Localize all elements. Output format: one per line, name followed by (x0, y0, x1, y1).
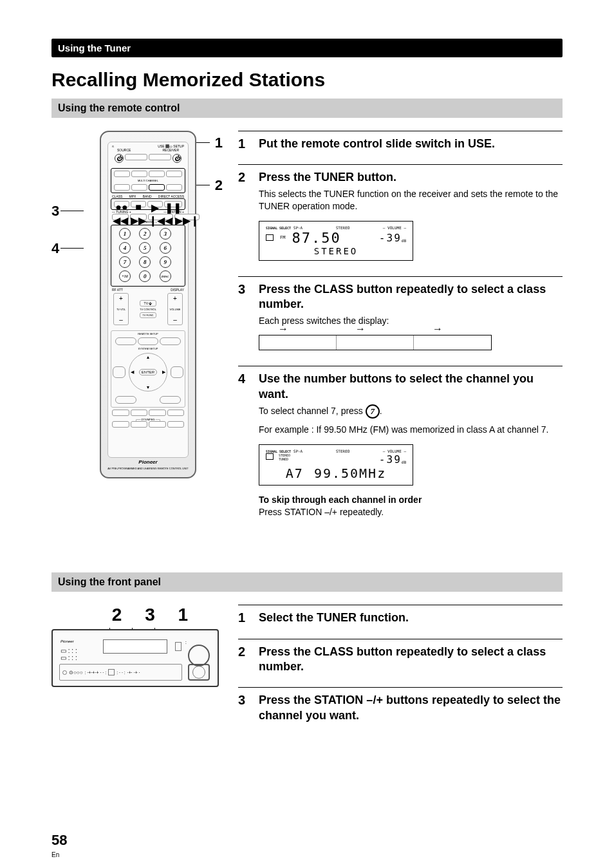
remote-illustration: 1 2 3 4 ⎋ USE ⬛▭ SETUP (51, 131, 219, 481)
page-title: Recalling Memorized Stations (51, 69, 563, 91)
tv-power-btn[interactable]: TV ⏻ (140, 300, 156, 307)
callout-4: 4 (51, 240, 59, 257)
mute-btn[interactable] (160, 337, 181, 345)
page-lang: En (51, 851, 59, 858)
advance-btn[interactable] (149, 421, 166, 428)
standard-btn[interactable] (167, 421, 185, 428)
tuner-btn[interactable] (149, 184, 165, 191)
subs-btn[interactable] (160, 396, 181, 404)
step-title-1: Put the remote control slide switch in U… (259, 137, 563, 151)
receiver-jog[interactable] (188, 664, 210, 681)
num-7-btn[interactable]: 7 (119, 256, 131, 268)
num-5-btn[interactable]: 5 (139, 242, 151, 254)
label-class: CLASS (112, 194, 122, 198)
function-btn[interactable] (171, 366, 183, 378)
fp-step-num-3: 3 (238, 693, 252, 726)
tv-vol-up[interactable]: + (119, 295, 123, 302)
dpad-left[interactable]: ◀ (131, 370, 134, 375)
signal-sel-btn[interactable] (115, 396, 136, 404)
vcr2-btn[interactable] (166, 171, 182, 177)
source-buttons-group: MULTI CHANNEL (111, 168, 185, 193)
label-tvcontrol: TV CONTROL (140, 308, 156, 311)
power-receiver-btn[interactable]: ⏻ (172, 154, 181, 163)
multi-ch-btn[interactable] (113, 366, 126, 378)
num-9-btn[interactable]: 9 (160, 256, 171, 268)
cdr-btn[interactable] (166, 184, 182, 191)
power-source-btn[interactable]: ⏻ (115, 154, 124, 163)
station-prev-btn[interactable]: ❙◀◀ (148, 214, 173, 220)
receiver-knob[interactable] (188, 645, 210, 666)
num-8-btn[interactable]: 8 (139, 256, 151, 268)
stereo-direct-btn[interactable] (167, 410, 185, 416)
system-off-btn[interactable] (149, 154, 171, 160)
num-0-btn[interactable]: 0 (139, 270, 151, 282)
num-plus10-btn[interactable]: +10 (119, 270, 131, 282)
step-2: 2 Press the TUNER button. This selects t… (238, 164, 563, 266)
tv-func-btn[interactable]: TV FUNC (140, 312, 156, 318)
dpad[interactable]: ▲ ▼ ◀ ▶ ENTER (129, 353, 167, 392)
enter-btn[interactable]: ENTER (139, 369, 157, 375)
menu-btn[interactable] (138, 337, 159, 345)
vcr1-btn[interactable] (149, 171, 165, 177)
label-tvvol: TV VOL (116, 308, 126, 311)
fp-step-num-2: 2 (238, 645, 252, 677)
dpad-up[interactable]: ▲ (146, 355, 151, 359)
num-2-btn[interactable]: 2 (139, 228, 151, 240)
num-3-btn[interactable]: 3 (160, 228, 171, 240)
thx-btn[interactable] (131, 421, 148, 428)
vol-down[interactable]: – (173, 316, 177, 323)
light-btn[interactable] (112, 421, 129, 428)
section-heading-remote: Using the remote control (51, 99, 563, 118)
step-num-2: 2 (238, 170, 252, 266)
label-volume: VOLUME (170, 308, 181, 311)
tvsat-btn[interactable] (131, 171, 147, 177)
station-next-btn[interactable]: ▶▶❙ (174, 214, 200, 220)
class-btn[interactable]: ●● (114, 201, 129, 207)
receiver-button-row: ⊙○○○ : ·+·+·+ · · : : · · : ·+· ·+ · (59, 664, 182, 681)
step-text-4b: For example : If 99.50 MHz (FM) was memo… (259, 424, 563, 437)
brand-label: Pioneer AV PRE-PROGRAMMED AND LEARNING R… (101, 459, 195, 471)
step-num-3: 3 (238, 282, 252, 355)
tuning-up-btn[interactable]: ▶▶ (130, 214, 147, 220)
label-mpx: MPX (129, 194, 136, 198)
fp-step-3: 3 Press the STATION –/+ buttons repeated… (238, 687, 563, 726)
skip-text: Press STATION –/+ repeatedly. (259, 506, 563, 519)
step-num-1: 1 (238, 137, 252, 154)
step-4: 4 Use the number buttons to select the c… (238, 366, 563, 524)
dpad-right[interactable]: ▶ (162, 370, 165, 375)
section-heading-front: Using the front panel (51, 572, 563, 592)
band-btn[interactable]: ▶ (147, 201, 163, 207)
multi-channel-btn[interactable] (125, 154, 147, 160)
num-4-btn[interactable]: 4 (119, 242, 131, 254)
vol-up[interactable]: + (173, 295, 177, 302)
direct-access-btn[interactable]: ❚❚ (164, 201, 182, 207)
dvd-btn[interactable] (114, 171, 130, 177)
multijog-btn[interactable] (131, 410, 148, 416)
front-panel-callouts: 2 3 1 (51, 605, 219, 625)
step-title-2: Press the TUNER button. (259, 170, 563, 185)
mpx-btn[interactable]: ■ (131, 201, 146, 207)
disc-btn[interactable]: DISC (160, 270, 171, 282)
num-1-btn[interactable]: 1 (119, 228, 131, 240)
inline-num7-icon: 7 (366, 404, 380, 419)
num-6-btn[interactable]: 6 (160, 242, 171, 254)
callout-1: 1 (215, 135, 223, 151)
page-number: 58 (51, 832, 67, 849)
label-source: SOURCE (117, 148, 131, 152)
fp-step-num-1: 1 (238, 610, 252, 628)
input-select-btn[interactable] (115, 337, 136, 345)
midnight-btn[interactable] (112, 410, 129, 416)
cd-btn[interactable] (114, 184, 130, 191)
lcd-display-1: SIGNAL SELECT SP›A STEREO — VOLUME — FM … (259, 221, 413, 261)
tv-vol-down[interactable]: – (119, 316, 123, 323)
receiver-illustration: Pioneer ▭ : : :▭ : : : : ⊙○○○ : ·+·+·+ ·… (51, 629, 219, 687)
dsp-btn[interactable] (149, 410, 166, 416)
step-num-4: 4 (238, 372, 252, 524)
step-3: 3 Press the CLASS button repeatedly to s… (238, 276, 563, 355)
tape-btn[interactable] (131, 184, 147, 191)
class-cycle-diagram: → → → (259, 332, 492, 355)
dpad-down[interactable]: ▼ (146, 385, 151, 390)
fp-step-title-1: Select the TUNER function. (259, 610, 563, 625)
tuning-down-btn[interactable]: ◀◀ (112, 214, 129, 220)
step-text-4a: To select channel 7, press 7. (259, 404, 563, 419)
